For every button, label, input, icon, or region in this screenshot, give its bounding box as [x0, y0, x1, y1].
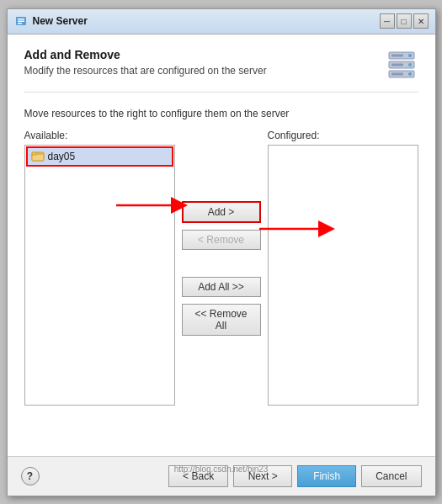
watermark: http://blog.csdn.net/bin23 — [174, 464, 269, 474]
add-button[interactable]: Add > — [182, 201, 261, 223]
close-button[interactable]: ✕ — [413, 13, 429, 29]
available-label: Available: — [24, 130, 175, 141]
available-list[interactable]: day05 — [24, 145, 175, 406]
configured-panel: Configured: — [268, 130, 418, 448]
svg-rect-2 — [18, 21, 24, 23]
header-text: Add and Remove Modify the resources that… — [24, 48, 385, 77]
help-section: ? — [21, 467, 40, 485]
title-bar: New Server ─ □ ✕ — [8, 9, 435, 34]
instruction-text: Move resources to the right to configure… — [24, 108, 418, 119]
svg-rect-12 — [391, 72, 403, 75]
configured-list[interactable] — [268, 145, 418, 406]
list-item[interactable]: day05 — [27, 147, 173, 166]
svg-point-7 — [408, 54, 412, 57]
add-all-button[interactable]: Add All >> — [182, 277, 261, 297]
available-panel: Available: day05 — [24, 130, 175, 448]
remove-all-button[interactable]: << Remove All — [182, 304, 261, 336]
configured-label: Configured: — [268, 130, 418, 141]
item-label: day05 — [48, 151, 76, 162]
project-icon — [31, 150, 45, 163]
main-window: New Server ─ □ ✕ Add and Remove Modify t… — [7, 8, 436, 496]
title-controls: ─ □ ✕ — [380, 13, 429, 29]
minimize-button[interactable]: ─ — [380, 13, 395, 29]
window-title: New Server — [33, 15, 88, 27]
header-subtitle: Modify the resources that are configured… — [24, 65, 385, 77]
svg-rect-1 — [18, 19, 24, 20]
maximize-button[interactable]: □ — [397, 13, 412, 29]
bottom-bar: ? < Back Next > Finish Cancel http://blo… — [8, 456, 435, 496]
header-title: Add and Remove — [24, 48, 385, 61]
cancel-button[interactable]: Cancel — [361, 465, 421, 487]
server-icon — [385, 48, 418, 82]
svg-rect-15 — [32, 152, 37, 155]
remove-button[interactable]: < Remove — [182, 230, 261, 250]
svg-point-8 — [408, 63, 412, 66]
window-icon — [14, 14, 28, 28]
svg-rect-11 — [391, 63, 403, 66]
title-bar-left: New Server — [14, 14, 88, 28]
action-buttons: Add > < Remove Add All >> << Remove All — [175, 130, 268, 407]
finish-button[interactable]: Finish — [297, 465, 356, 487]
header-section: Add and Remove Modify the resources that… — [24, 48, 418, 93]
svg-point-9 — [408, 72, 412, 76]
svg-rect-3 — [18, 23, 22, 24]
help-button[interactable]: ? — [21, 467, 40, 485]
svg-rect-10 — [391, 54, 403, 56]
dialog-content: Add and Remove Modify the resources that… — [8, 34, 435, 456]
